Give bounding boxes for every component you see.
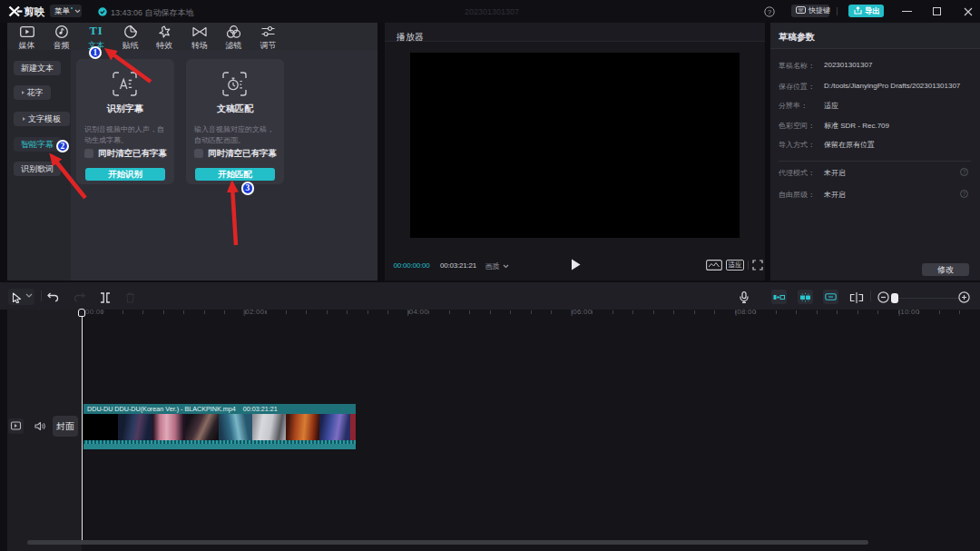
svg-text:?: ? [768, 8, 772, 16]
